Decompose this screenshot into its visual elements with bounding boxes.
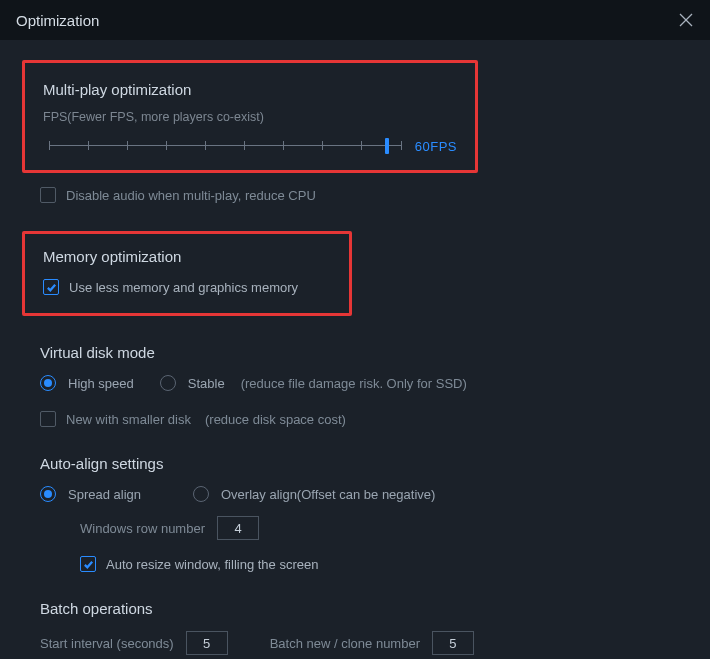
virtual-disk-title: Virtual disk mode bbox=[40, 344, 688, 361]
start-interval-label: Start interval (seconds) bbox=[40, 636, 174, 651]
batch-title: Batch operations bbox=[40, 600, 688, 617]
disable-audio-label: Disable audio when multi-play, reduce CP… bbox=[66, 188, 316, 203]
high-speed-radio[interactable] bbox=[40, 375, 56, 391]
stable-label: Stable bbox=[188, 376, 225, 391]
clone-number-label: Batch new / clone number bbox=[270, 636, 420, 651]
use-less-memory-checkbox[interactable] bbox=[43, 279, 59, 295]
window-title: Optimization bbox=[16, 12, 99, 29]
stable-hint: (reduce file damage risk. Only for SSD) bbox=[241, 376, 467, 391]
fps-description: FPS(Fewer FPS, more players co-exist) bbox=[43, 110, 457, 124]
clone-number-input[interactable] bbox=[432, 631, 474, 655]
fps-slider[interactable] bbox=[49, 136, 401, 156]
overlay-align-label: Overlay align(Offset can be negative) bbox=[221, 487, 435, 502]
smaller-disk-label: New with smaller disk bbox=[66, 412, 191, 427]
slider-thumb[interactable] bbox=[385, 138, 389, 154]
use-less-memory-row[interactable]: Use less memory and graphics memory bbox=[43, 279, 331, 295]
auto-resize-row[interactable]: Auto resize window, filling the screen bbox=[80, 556, 688, 572]
multi-play-section: Multi-play optimization FPS(Fewer FPS, m… bbox=[22, 60, 478, 173]
row-number-input[interactable] bbox=[217, 516, 259, 540]
multi-play-title: Multi-play optimization bbox=[43, 81, 457, 98]
start-interval-input[interactable] bbox=[186, 631, 228, 655]
close-icon[interactable] bbox=[678, 12, 694, 28]
smaller-disk-hint: (reduce disk space cost) bbox=[205, 412, 346, 427]
smaller-disk-row[interactable]: New with smaller disk (reduce disk space… bbox=[40, 411, 688, 427]
spread-align-label: Spread align bbox=[68, 487, 141, 502]
auto-resize-checkbox[interactable] bbox=[80, 556, 96, 572]
use-less-memory-label: Use less memory and graphics memory bbox=[69, 280, 298, 295]
smaller-disk-checkbox[interactable] bbox=[40, 411, 56, 427]
disable-audio-checkbox[interactable] bbox=[40, 187, 56, 203]
spread-align-radio[interactable] bbox=[40, 486, 56, 502]
slider-track bbox=[49, 145, 401, 146]
titlebar: Optimization bbox=[0, 0, 710, 40]
virtual-disk-section: Virtual disk mode High speed Stable (red… bbox=[40, 344, 688, 427]
disable-audio-row[interactable]: Disable audio when multi-play, reduce CP… bbox=[40, 187, 688, 203]
row-number-label: Windows row number bbox=[80, 521, 205, 536]
auto-resize-label: Auto resize window, filling the screen bbox=[106, 557, 318, 572]
fps-value: 60FPS bbox=[415, 139, 457, 154]
high-speed-label: High speed bbox=[68, 376, 134, 391]
memory-section: Memory optimization Use less memory and … bbox=[22, 231, 352, 316]
memory-title: Memory optimization bbox=[43, 248, 331, 265]
batch-section: Batch operations Start interval (seconds… bbox=[40, 600, 688, 655]
auto-align-section: Auto-align settings Spread align Overlay… bbox=[40, 455, 688, 572]
auto-align-title: Auto-align settings bbox=[40, 455, 688, 472]
overlay-align-radio[interactable] bbox=[193, 486, 209, 502]
stable-radio[interactable] bbox=[160, 375, 176, 391]
